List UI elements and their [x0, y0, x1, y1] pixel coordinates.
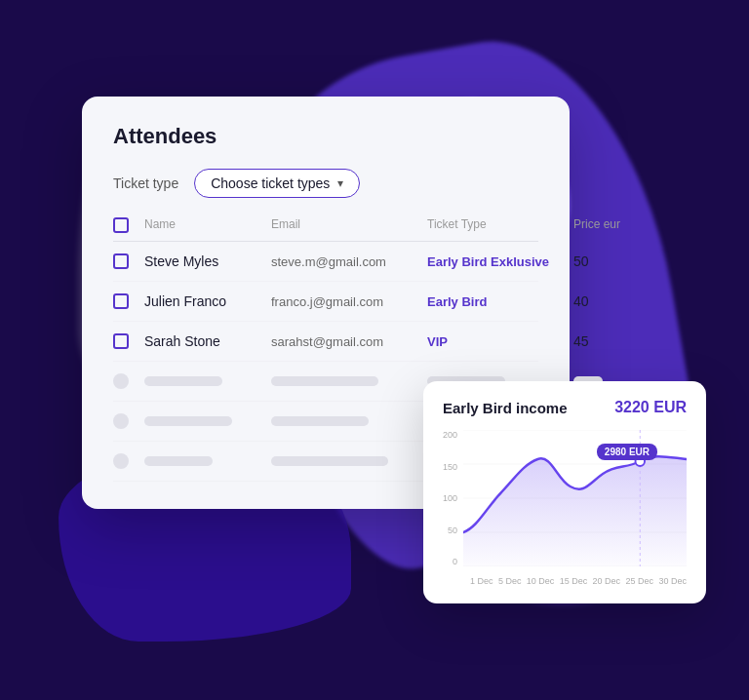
filter-row: Ticket type Choose ticket types ▾ — [113, 169, 538, 198]
chart-header: Early Bird income 3220 EUR — [443, 399, 687, 416]
y-label-100: 100 — [443, 493, 457, 503]
row-1-checkbox[interactable] — [113, 253, 129, 269]
ticket-type-dropdown[interactable]: Choose ticket types ▾ — [194, 169, 360, 198]
row-3-email: sarahst@gmail.com — [271, 334, 427, 349]
row-1-ticket-type: Early Bird Exklusive — [427, 254, 573, 269]
row-1-price: 50 — [573, 253, 642, 269]
skeleton-bar — [271, 376, 378, 386]
skeleton-bar — [144, 376, 222, 386]
row-checkbox — [113, 293, 144, 309]
x-label-30dec: 30 Dec — [658, 576, 687, 586]
y-label-150: 150 — [443, 462, 457, 472]
skeleton-circle — [113, 373, 129, 389]
row-1-email: steve.m@gmail.com — [271, 254, 427, 269]
row-3-price: 45 — [573, 333, 642, 349]
row-3-name: Sarah Stone — [144, 333, 271, 349]
x-label-10dec: 10 Dec — [527, 576, 555, 586]
skeleton-circle — [113, 413, 129, 429]
row-checkbox — [113, 253, 144, 269]
row-3-ticket-type: VIP — [427, 334, 573, 349]
x-label-20dec: 20 Dec — [593, 576, 621, 586]
x-label-15dec: 15 Dec — [560, 576, 588, 586]
row-2-price: 40 — [573, 293, 642, 309]
row-3-checkbox[interactable] — [113, 333, 129, 349]
chart-tooltip-bubble: 2980 EUR — [597, 444, 657, 460]
table-row: Steve Myles steve.m@gmail.com Early Bird… — [113, 242, 538, 282]
y-axis-labels: 200 150 100 50 0 — [443, 430, 457, 566]
x-label-1dec: 1 Dec — [470, 576, 493, 586]
dropdown-text: Choose ticket types — [211, 175, 330, 191]
chart-amount: 3220 EUR — [614, 399, 687, 416]
row-2-ticket-type: Early Bird — [427, 294, 573, 309]
chart-wrapper: 200 150 100 50 0 — [443, 430, 687, 570]
y-label-200: 200 — [443, 430, 457, 440]
col-header-price: Price eur — [573, 217, 642, 233]
row-2-checkbox[interactable] — [113, 293, 129, 309]
header-checkbox-cell — [113, 217, 144, 233]
row-1-name: Steve Myles — [144, 253, 271, 269]
skeleton-bar — [144, 416, 232, 426]
table-header: Name Email Ticket Type Price eur — [113, 217, 538, 242]
chevron-down-icon: ▾ — [337, 176, 343, 190]
col-header-email: Email — [271, 217, 427, 233]
select-all-checkbox[interactable] — [113, 217, 129, 233]
row-2-email: franco.j@gmail.com — [271, 294, 427, 309]
chart-area-fill — [463, 456, 687, 566]
y-label-0: 0 — [443, 557, 457, 566]
x-label-5dec: 5 Dec — [498, 576, 522, 586]
main-container: Attendees Ticket type Choose ticket type… — [82, 97, 667, 603]
filter-label: Ticket type — [113, 175, 178, 191]
table-row: Sarah Stone sarahst@gmail.com VIP 45 — [113, 322, 538, 362]
skeleton-bar — [271, 416, 369, 426]
skeleton-bar — [271, 456, 388, 466]
chart-x-labels: 1 Dec 5 Dec 10 Dec 15 Dec 20 Dec 25 Dec … — [443, 576, 687, 586]
x-label-25dec: 25 Dec — [626, 576, 654, 586]
col-header-name: Name — [144, 217, 271, 233]
chart-title: Early Bird income — [443, 400, 568, 416]
table-row: Julien Franco franco.j@gmail.com Early B… — [113, 282, 538, 322]
skeleton-circle — [113, 453, 129, 469]
attendees-title: Attendees — [113, 124, 538, 149]
skeleton-bar — [144, 456, 213, 466]
col-header-ticket-type: Ticket Type — [427, 217, 573, 233]
row-2-name: Julien Franco — [144, 293, 271, 309]
row-checkbox — [113, 333, 144, 349]
chart-card: Early Bird income 3220 EUR 200 150 100 5… — [423, 381, 706, 603]
y-label-50: 50 — [443, 525, 457, 535]
